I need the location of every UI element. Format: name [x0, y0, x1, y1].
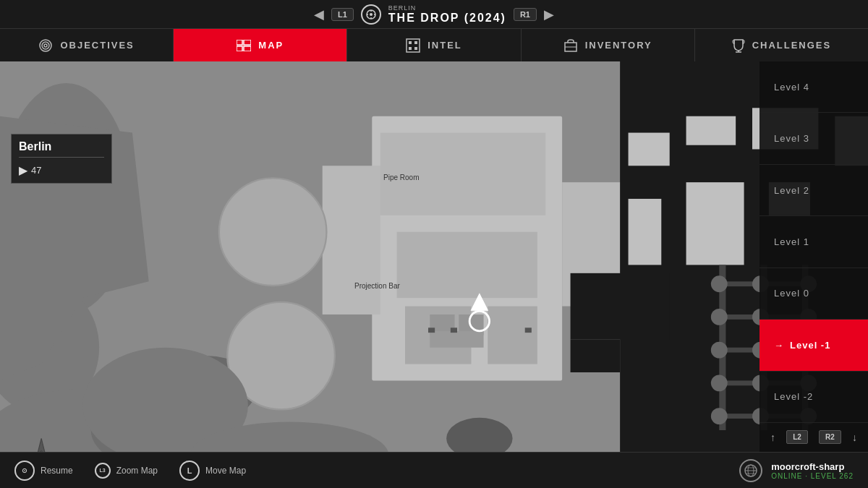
svg-rect-76: [571, 339, 621, 372]
level-up-btn[interactable]: L2: [786, 430, 808, 444]
svg-rect-46: [686, 116, 736, 145]
player-status: ONLINE · LEVEL 262: [771, 472, 854, 480]
svg-point-8: [44, 44, 47, 47]
map-area[interactable]: Pipe Room Projection Bar Berlin ▶ 47: [0, 61, 868, 452]
down-arrow: ↓: [852, 432, 857, 443]
svg-rect-10: [244, 40, 251, 45]
zoom-btn: L3: [95, 463, 111, 479]
player-details: moorcroft-sharp ONLINE · LEVEL 262: [771, 461, 854, 480]
svg-rect-17: [414, 47, 417, 50]
mission-info: BERLIN THE DROP (2024): [388, 4, 506, 25]
location-divider: [19, 157, 104, 158]
level-down-btn[interactable]: R2: [819, 430, 841, 444]
trophy-icon: [732, 38, 745, 53]
move-btn: L: [179, 461, 200, 481]
svg-rect-12: [244, 46, 251, 51]
zoom-btn-group: L3: [95, 463, 111, 479]
stat-value: 47: [31, 165, 41, 176]
location-name: Berlin: [19, 140, 104, 153]
svg-point-66: [711, 342, 728, 359]
svg-point-63: [711, 309, 728, 325]
level-4-label: Level 4: [774, 82, 809, 93]
mission-icon: [361, 4, 381, 25]
level-1-label: Level 1: [774, 236, 809, 247]
level-item-neg1[interactable]: → Level -1: [760, 320, 868, 371]
back-arrow[interactable]: ◀: [314, 7, 324, 22]
inventory-icon: [563, 38, 578, 53]
active-arrow: →: [774, 340, 784, 351]
bottom-bar: ⊙ Resume L3 Zoom Map L Move Map: [0, 452, 868, 488]
svg-rect-41: [428, 328, 435, 333]
level-selector: Level 4 Level 3 Level 2 Level 1 Level 0 …: [760, 61, 868, 452]
location-stat: ▶ 47: [19, 163, 104, 177]
svg-rect-42: [451, 328, 457, 333]
level-item-3[interactable]: Level 3: [760, 113, 868, 164]
level-0-label: Level 0: [774, 288, 809, 299]
level-item-neg2[interactable]: Level -2: [760, 372, 868, 423]
map-grid-icon: [237, 40, 251, 51]
menu-item-inventory[interactable]: INVENTORY: [522, 29, 695, 61]
menu-item-map[interactable]: MAP: [174, 29, 347, 61]
svg-rect-34: [380, 133, 546, 215]
svg-rect-14: [409, 41, 412, 44]
globe-icon: [744, 463, 758, 478]
menu-bar: OBJECTIVES MAP INTEL INVENTORY: [0, 29, 868, 61]
target-icon: [38, 38, 53, 53]
svg-rect-9: [237, 40, 242, 45]
svg-rect-49: [629, 199, 662, 265]
svg-rect-83: [405, 288, 488, 299]
objectives-label: OBJECTIVES: [60, 40, 134, 51]
svg-rect-30: [323, 166, 380, 314]
player-info: moorcroft-sharp ONLINE · LEVEL 262: [739, 459, 854, 482]
mission-subtitle: BERLIN: [388, 4, 506, 12]
svg-rect-50: [686, 182, 744, 265]
svg-rect-11: [237, 46, 242, 51]
level-neg2-label: Level -2: [774, 391, 813, 402]
level-3-label: Level 3: [774, 133, 809, 144]
top-navigation: ◀ L1 BERLIN THE DROP (2024) R1 ▶: [0, 0, 868, 29]
up-arrow: ↑: [770, 432, 775, 443]
svg-point-69: [711, 374, 728, 391]
svg-point-60: [711, 275, 728, 292]
challenges-label: CHALLENGES: [752, 40, 832, 51]
intel-icon: [406, 38, 420, 53]
level-neg1-label: Level -1: [790, 340, 830, 351]
svg-point-7: [42, 42, 49, 49]
svg-rect-45: [629, 133, 670, 166]
resume-label: Resume: [41, 466, 73, 476]
stat-icon: ▶: [19, 163, 27, 177]
mission-name: THE DROP (2024): [388, 12, 506, 25]
svg-rect-82: [422, 178, 488, 189]
bottom-controls: ⊙ Resume L3 Zoom Map L Move Map: [14, 461, 246, 481]
mission-title-group: ◀ L1 BERLIN THE DROP (2024) R1 ▶: [314, 4, 554, 25]
right-shoulder-btn[interactable]: R1: [514, 8, 537, 21]
map-label: MAP: [258, 40, 284, 51]
player-avatar: [739, 459, 762, 482]
zoom-control[interactable]: L3 Zoom Map: [95, 463, 158, 479]
svg-point-72: [711, 408, 728, 424]
level-2-label: Level 2: [774, 185, 809, 196]
left-shoulder-btn[interactable]: L1: [331, 8, 354, 21]
resume-control[interactable]: ⊙ Resume: [14, 461, 73, 481]
level-item-1[interactable]: Level 1: [760, 216, 868, 267]
move-control[interactable]: L Move Map: [179, 461, 246, 481]
svg-rect-15: [414, 41, 417, 44]
level-item-4[interactable]: Level 4: [760, 61, 868, 113]
level-item-0[interactable]: Level 0: [760, 268, 868, 320]
svg-point-32: [219, 178, 327, 286]
level-item-2[interactable]: Level 2: [760, 165, 868, 216]
inventory-label: INVENTORY: [585, 40, 652, 51]
forward-arrow[interactable]: ▶: [544, 7, 554, 22]
svg-rect-37: [488, 307, 537, 364]
map-svg: [0, 61, 868, 452]
svg-rect-40: [430, 331, 483, 348]
menu-item-challenges[interactable]: CHALLENGES: [695, 29, 868, 61]
menu-item-intel[interactable]: INTEL: [347, 29, 521, 61]
zoom-label: Zoom Map: [116, 466, 158, 476]
resume-btn: ⊙: [14, 461, 35, 481]
svg-rect-13: [407, 39, 420, 52]
svg-rect-16: [409, 47, 412, 50]
menu-item-objectives[interactable]: OBJECTIVES: [0, 29, 174, 61]
move-label: Move Map: [205, 466, 246, 476]
location-card: Berlin ▶ 47: [11, 134, 112, 184]
